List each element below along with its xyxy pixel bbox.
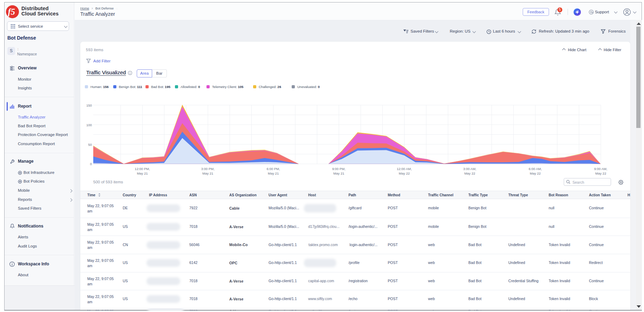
svg-text:3:00 AM,: 3:00 AM, <box>463 167 476 171</box>
svg-text:9:00 PM,: 9:00 PM, <box>332 167 345 171</box>
svg-text:50: 50 <box>88 143 92 147</box>
svg-text:May 21: May 21 <box>333 171 344 175</box>
svg-text:12:00 AM,: 12:00 AM, <box>397 167 412 171</box>
svg-text:May 22: May 22 <box>464 171 475 175</box>
svg-text:100: 100 <box>86 123 92 127</box>
svg-text:May 21: May 21 <box>268 171 279 175</box>
svg-text:f5: f5 <box>8 7 15 16</box>
svg-text:6:00 AM,: 6:00 AM, <box>529 167 542 171</box>
svg-text:12:00 PM,: 12:00 PM, <box>135 167 150 171</box>
svg-text:May 22: May 22 <box>399 171 410 175</box>
svg-text:May 22: May 22 <box>530 171 541 175</box>
svg-text:May 22: May 22 <box>595 171 606 175</box>
svg-text:May 21: May 21 <box>202 171 213 175</box>
svg-text:9:00 AM,: 9:00 AM, <box>594 167 608 171</box>
svg-text:May 21: May 21 <box>137 171 148 175</box>
svg-text:6:00 PM,: 6:00 PM, <box>267 167 280 171</box>
svg-text:3:00 PM,: 3:00 PM, <box>201 167 215 171</box>
svg-text:150: 150 <box>86 103 92 107</box>
svg-text:0: 0 <box>90 162 92 166</box>
